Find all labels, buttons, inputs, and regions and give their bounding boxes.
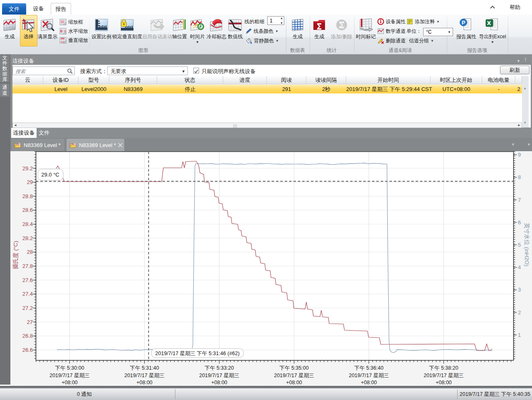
svg-text:+08:00: +08:00	[436, 380, 452, 385]
svg-text:下午 5:35:00: 下午 5:35:00	[279, 365, 308, 371]
svg-text:2019/7/17 星期三: 2019/7/17 星期三	[349, 373, 389, 378]
svg-text:2019/7/17 星期三: 2019/7/17 星期三	[424, 373, 464, 378]
svg-text:下午 5:31:40: 下午 5:31:40	[130, 365, 159, 371]
svg-text:28.2: 28.2	[22, 235, 33, 241]
svg-text:+08:00: +08:00	[136, 380, 153, 385]
svg-text:下午 5:30:00: 下午 5:30:00	[55, 365, 84, 371]
svg-text:6: 6	[518, 219, 521, 226]
svg-text:3: 3	[518, 287, 521, 293]
svg-text:2019/7/17 星期三: 2019/7/17 星期三	[274, 373, 314, 378]
svg-text:27.2: 27.2	[22, 305, 33, 311]
svg-text:英寸水位 (inH2O): 英寸水位 (inH2O)	[524, 223, 530, 266]
svg-text:4: 4	[518, 264, 521, 270]
svg-text:29.2: 29.2	[22, 165, 33, 172]
svg-text:27.4: 27.4	[22, 291, 33, 297]
svg-text:29.0 °C: 29.0 °C	[41, 172, 59, 178]
svg-text:26.8: 26.8	[22, 333, 33, 339]
svg-text:28.4: 28.4	[22, 221, 33, 227]
svg-text:2019/7/17 星期三: 2019/7/17 星期三	[199, 373, 239, 378]
svg-text:26.6: 26.6	[22, 347, 33, 353]
svg-text:2019/7/17 星期三 下午 5:31:46 (#62): 2019/7/17 星期三 下午 5:31:46 (#62)	[155, 351, 240, 356]
svg-text:下午 5:33:20: 下午 5:33:20	[204, 365, 234, 371]
svg-text:+08:00: +08:00	[211, 380, 227, 385]
svg-text:摄氏度 (°C): 摄氏度 (°C)	[12, 241, 19, 269]
svg-text:下午 5:38:20: 下午 5:38:20	[429, 365, 458, 371]
svg-text:9: 9	[518, 152, 521, 158]
svg-text:+08:00: +08:00	[62, 380, 78, 385]
svg-text:2019/7/17 星期三: 2019/7/17 星期三	[49, 373, 90, 378]
svg-text:2019/7/17 星期三: 2019/7/17 星期三	[124, 373, 165, 378]
svg-text:2: 2	[518, 309, 521, 316]
svg-text:28.8: 28.8	[22, 193, 33, 199]
svg-text:29: 29	[27, 179, 33, 185]
svg-text:P: P	[462, 20, 466, 26]
svg-text:+08:00: +08:00	[286, 380, 302, 385]
svg-text:8: 8	[518, 174, 521, 180]
svg-text:7: 7	[518, 197, 521, 203]
svg-text:下午 5:36:40: 下午 5:36:40	[354, 365, 383, 371]
svg-text:27: 27	[27, 319, 33, 325]
svg-text:27.8: 27.8	[22, 263, 33, 269]
svg-text:5: 5	[518, 242, 521, 248]
svg-text:1: 1	[518, 332, 521, 338]
svg-text:+08:00: +08:00	[361, 380, 377, 385]
svg-text:27.6: 27.6	[22, 277, 33, 283]
svg-text:28.6: 28.6	[22, 207, 33, 213]
svg-text:28: 28	[27, 249, 33, 255]
